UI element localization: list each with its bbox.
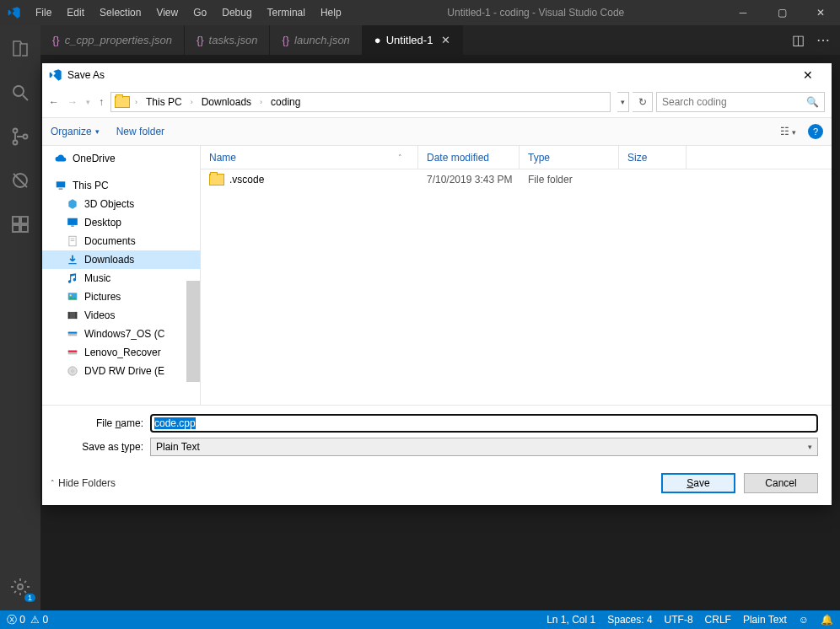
breadcrumb-item[interactable]: This PC — [143, 96, 186, 108]
column-size[interactable]: Size — [619, 146, 687, 169]
editor-tab[interactable]: {}launch.json — [270, 25, 362, 55]
search-icon[interactable] — [0, 76, 40, 110]
tree-node[interactable]: OneDrive — [42, 149, 200, 168]
save-type-select[interactable]: Plain Text▾ — [150, 438, 818, 456]
language-status[interactable]: Plain Text — [743, 614, 787, 626]
save-button[interactable]: Save — [661, 473, 735, 493]
notifications-icon[interactable]: 🔔 — [821, 614, 833, 626]
disk-red-icon — [66, 347, 79, 358]
view-options-button[interactable]: ☷ ▾ — [780, 126, 796, 137]
tree-node[interactable]: Downloads — [42, 250, 200, 269]
settings-gear-icon[interactable]: 1 — [0, 570, 40, 604]
nav-recent-dropdown[interactable]: ▾ — [86, 98, 90, 106]
menu-item-help[interactable]: Help — [314, 7, 348, 19]
eol-status[interactable]: CRLF — [705, 614, 731, 626]
doc-icon — [66, 235, 79, 247]
menu-item-go[interactable]: Go — [186, 7, 213, 19]
new-folder-button[interactable]: New folder — [116, 126, 164, 137]
dialog-title: Save As — [67, 69, 791, 81]
more-actions-icon[interactable]: ⋯ — [816, 32, 830, 48]
dialog-titlebar: Save As ✕ — [42, 63, 832, 87]
source-control-icon[interactable] — [0, 120, 40, 153]
dialog-close-button[interactable]: ✕ — [791, 68, 825, 82]
column-headers: Name˄ Date modified Type Size — [201, 146, 832, 169]
svg-point-2 — [13, 141, 18, 145]
minimize-button[interactable]: ─ — [724, 0, 762, 25]
breadcrumb-item[interactable]: coding — [267, 96, 304, 108]
explorer-icon[interactable] — [0, 32, 40, 66]
vid-icon — [66, 309, 79, 321]
nav-forward-button[interactable]: → — [67, 96, 78, 108]
tree-scrollbar[interactable] — [186, 281, 200, 382]
errors-status[interactable]: ⓧ 0 — [7, 613, 25, 627]
menu-item-view[interactable]: View — [149, 7, 185, 19]
encoding-status[interactable]: UTF-8 — [665, 614, 693, 626]
nav-up-button[interactable]: ↑ — [99, 96, 104, 108]
save-form: File name: Save as type: Plain Text▾ — [42, 406, 832, 468]
menu-item-debug[interactable]: Debug — [215, 7, 258, 19]
tree-node[interactable]: Desktop — [42, 213, 200, 232]
breadcrumb-history-button[interactable]: ▾ — [617, 92, 629, 112]
folder-icon — [115, 96, 130, 108]
svg-point-3 — [24, 135, 28, 139]
file-row[interactable]: .vscode7/10/2019 3:43 PMFile folder — [201, 169, 832, 190]
search-box[interactable]: Search coding 🔍 — [656, 92, 825, 112]
tree-node[interactable]: DVD RW Drive (E — [42, 362, 200, 380]
column-date[interactable]: Date modified — [418, 146, 520, 169]
breadcrumb-item[interactable]: Downloads — [198, 96, 255, 108]
window-title: Untitled-1 - coding - Visual Studio Code — [348, 7, 724, 19]
file-list[interactable]: Name˄ Date modified Type Size .vscode7/1… — [201, 146, 832, 405]
breadcrumb-bar[interactable]: › This PC › Downloads › coding — [110, 92, 611, 112]
tree-node[interactable]: Videos — [42, 306, 200, 325]
feedback-icon[interactable]: ☺ — [799, 614, 809, 626]
menu-item-terminal[interactable]: Terminal — [261, 7, 312, 19]
svg-rect-7 — [13, 225, 19, 232]
svg-rect-22 — [76, 312, 78, 319]
svg-rect-14 — [69, 236, 76, 246]
tree-node[interactable]: 3D Objects — [42, 195, 200, 213]
editor-tabs: {}c_cpp_properties.json{}tasks.json{}lau… — [40, 25, 840, 55]
svg-rect-10 — [57, 181, 66, 187]
menu-item-edit[interactable]: Edit — [60, 7, 91, 19]
tree-node[interactable]: Windows7_OS (C — [42, 325, 200, 343]
editor-tab[interactable]: ●Untitled-1✕ — [363, 25, 464, 55]
organize-button[interactable]: Organize ▾ — [51, 126, 100, 137]
menu-item-file[interactable]: File — [29, 7, 58, 19]
file-name-input[interactable] — [150, 414, 818, 433]
tree-node[interactable]: This PC — [42, 176, 200, 195]
debug-icon[interactable] — [0, 164, 40, 197]
tree-node[interactable]: Documents — [42, 232, 200, 250]
maximize-button[interactable]: ▢ — [762, 0, 801, 25]
dvd-icon — [66, 365, 79, 377]
dialog-app-icon — [49, 68, 62, 82]
hide-folders-button[interactable]: ˄ Hide Folders — [51, 477, 116, 489]
save-as-dialog: Save As ✕ ← → ▾ ↑ › This PC › Downloads … — [42, 63, 832, 505]
folder-icon — [209, 174, 224, 185]
indent-status[interactable]: Spaces: 4 — [607, 614, 652, 626]
svg-point-0 — [13, 86, 24, 96]
svg-point-19 — [70, 294, 72, 296]
dialog-toolbar: Organize ▾ New folder ☷ ▾ ? — [42, 117, 832, 146]
cursor-position[interactable]: Ln 1, Col 1 — [547, 614, 595, 626]
refresh-button[interactable]: ↻ — [633, 92, 653, 112]
tab-close-icon[interactable]: ✕ — [441, 34, 450, 46]
nav-back-button[interactable]: ← — [49, 96, 59, 108]
extensions-icon[interactable] — [0, 207, 40, 241]
tree-node[interactable]: Pictures — [42, 288, 200, 306]
svg-rect-17 — [68, 263, 76, 264]
editor-tab[interactable]: {}tasks.json — [185, 25, 271, 55]
cancel-button[interactable]: Cancel — [744, 473, 818, 493]
column-name[interactable]: Name˄ — [201, 146, 418, 169]
settings-badge: 1 — [24, 594, 35, 602]
menu-item-selection[interactable]: Selection — [93, 7, 148, 19]
tree-node[interactable]: Lenovo_Recover — [42, 343, 200, 362]
warnings-status[interactable]: ⚠ 0 — [30, 614, 48, 626]
tree-node[interactable]: Music — [42, 269, 200, 288]
folder-tree[interactable]: OneDriveThis PC3D ObjectsDesktopDocument… — [42, 146, 201, 405]
close-window-button[interactable]: ✕ — [801, 0, 840, 25]
column-type[interactable]: Type — [520, 146, 619, 169]
editor-tab[interactable]: {}c_cpp_properties.json — [40, 25, 185, 55]
help-button[interactable]: ? — [808, 124, 823, 139]
split-editor-icon[interactable]: ◫ — [792, 32, 805, 48]
svg-rect-13 — [71, 226, 74, 227]
